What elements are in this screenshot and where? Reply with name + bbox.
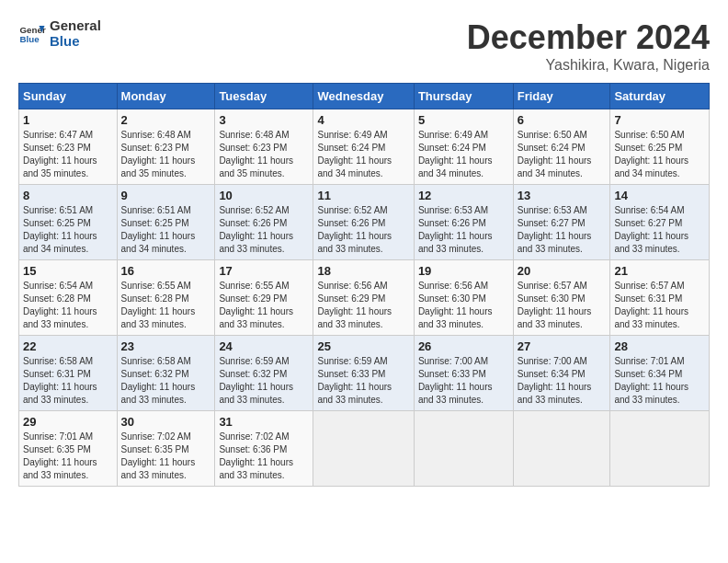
day-info-line: Daylight: 11 hours (121, 305, 211, 318)
day-info-line: Sunset: 6:33 PM (418, 368, 509, 381)
day-info: Sunrise: 6:51 AMSunset: 6:25 PMDaylight:… (121, 204, 211, 256)
day-info-line: Sunset: 6:27 PM (614, 217, 705, 230)
day-number: 4 (317, 113, 409, 127)
calendar-cell: 15Sunrise: 6:54 AMSunset: 6:28 PMDayligh… (19, 260, 118, 336)
day-number: 22 (23, 339, 113, 353)
day-number: 24 (219, 339, 309, 353)
day-number: 19 (418, 264, 509, 278)
header-monday: Monday (117, 84, 215, 109)
calendar-row: 22Sunrise: 6:58 AMSunset: 6:31 PMDayligh… (19, 336, 710, 411)
day-info-line: Sunrise: 6:54 AM (23, 280, 113, 293)
day-info-line: Sunset: 6:34 PM (614, 368, 705, 381)
day-info-line: and 33 minutes. (518, 318, 607, 331)
day-info-line: Sunrise: 6:59 AM (219, 355, 309, 368)
day-info-line: Sunset: 6:27 PM (518, 217, 607, 230)
day-info-line: Daylight: 11 hours (23, 305, 113, 318)
day-info-line: Sunset: 6:23 PM (121, 142, 211, 155)
day-number: 2 (121, 113, 211, 127)
day-info-line: Daylight: 11 hours (614, 230, 705, 243)
day-info-line: Sunset: 6:33 PM (317, 368, 409, 381)
calendar-cell (414, 411, 513, 487)
day-info-line: Daylight: 11 hours (518, 230, 607, 243)
day-info-line: and 33 minutes. (418, 243, 509, 256)
day-info-line: and 33 minutes. (614, 243, 705, 256)
calendar-cell: 26Sunrise: 7:00 AMSunset: 6:33 PMDayligh… (414, 336, 513, 411)
day-info-line: Sunrise: 6:51 AM (121, 204, 211, 217)
day-info-line: and 35 minutes. (23, 167, 113, 180)
day-info-line: Daylight: 11 hours (518, 381, 607, 394)
day-info-line: Sunset: 6:26 PM (219, 217, 309, 230)
day-info-line: Sunset: 6:25 PM (23, 217, 113, 230)
month-title: December 2024 (467, 18, 710, 57)
day-info-line: and 33 minutes. (23, 394, 113, 407)
day-number: 23 (121, 339, 211, 353)
header-friday: Friday (513, 84, 610, 109)
day-info-line: and 33 minutes. (121, 469, 211, 482)
day-info-line: Sunset: 6:35 PM (121, 443, 211, 456)
day-info-line: Daylight: 11 hours (418, 155, 509, 167)
day-info-line: and 33 minutes. (317, 318, 409, 331)
day-info-line: Sunrise: 7:01 AM (614, 355, 705, 368)
day-number: 1 (23, 113, 113, 127)
calendar-cell: 1Sunrise: 6:47 AMSunset: 6:23 PMDaylight… (19, 109, 118, 185)
calendar-row: 8Sunrise: 6:51 AMSunset: 6:25 PMDaylight… (19, 185, 710, 260)
calendar-cell: 4Sunrise: 6:49 AMSunset: 6:24 PMDaylight… (313, 109, 414, 185)
day-number: 15 (23, 264, 113, 278)
calendar-cell: 24Sunrise: 6:59 AMSunset: 6:32 PMDayligh… (215, 336, 313, 411)
day-info: Sunrise: 7:00 AMSunset: 6:33 PMDaylight:… (418, 355, 509, 407)
day-number: 12 (418, 189, 509, 202)
calendar-table: SundayMondayTuesdayWednesdayThursdayFrid… (18, 83, 710, 487)
day-info-line: Sunset: 6:25 PM (614, 142, 705, 155)
calendar-row: 29Sunrise: 7:01 AMSunset: 6:35 PMDayligh… (19, 411, 710, 487)
calendar-cell: 19Sunrise: 6:56 AMSunset: 6:30 PMDayligh… (414, 260, 513, 336)
day-info-line: and 34 minutes. (23, 243, 113, 256)
day-number: 20 (518, 264, 607, 278)
day-info-line: Sunset: 6:24 PM (518, 142, 607, 155)
day-info-line: and 33 minutes. (518, 243, 607, 256)
calendar-row: 15Sunrise: 6:54 AMSunset: 6:28 PMDayligh… (19, 260, 710, 336)
day-number: 13 (518, 189, 607, 202)
day-info-line: Sunset: 6:32 PM (219, 368, 309, 381)
day-info-line: Sunrise: 7:00 AM (418, 355, 509, 368)
day-info: Sunrise: 6:57 AMSunset: 6:31 PMDaylight:… (614, 280, 705, 331)
calendar-cell: 20Sunrise: 6:57 AMSunset: 6:30 PMDayligh… (513, 260, 610, 336)
calendar-cell: 7Sunrise: 6:50 AMSunset: 6:25 PMDaylight… (610, 109, 710, 185)
day-info-line: Sunrise: 6:52 AM (317, 204, 409, 217)
day-info-line: Sunrise: 6:49 AM (317, 129, 409, 142)
day-info-line: Sunrise: 6:53 AM (418, 204, 509, 217)
day-number: 25 (317, 339, 409, 353)
logo: General Blue General Blue (18, 18, 101, 49)
calendar-cell: 2Sunrise: 6:48 AMSunset: 6:23 PMDaylight… (117, 109, 215, 185)
day-info-line: and 34 minutes. (418, 167, 509, 180)
header-thursday: Thursday (414, 84, 513, 109)
logo-icon: General Blue (18, 20, 46, 48)
day-number: 18 (317, 264, 409, 278)
day-info: Sunrise: 6:55 AMSunset: 6:28 PMDaylight:… (121, 280, 211, 331)
day-info: Sunrise: 6:53 AMSunset: 6:27 PMDaylight:… (518, 204, 607, 256)
day-info-line: and 33 minutes. (121, 394, 211, 407)
day-info-line: Daylight: 11 hours (317, 305, 409, 318)
day-info-line: Sunrise: 6:50 AM (614, 129, 705, 142)
day-info-line: and 34 minutes. (614, 167, 705, 180)
day-info: Sunrise: 6:54 AMSunset: 6:27 PMDaylight:… (614, 204, 705, 256)
day-info-line: Sunset: 6:30 PM (518, 293, 607, 305)
calendar-cell (610, 411, 710, 487)
day-info-line: Sunset: 6:28 PM (23, 293, 113, 305)
day-info-line: and 33 minutes. (418, 394, 509, 407)
day-info-line: Sunrise: 6:48 AM (219, 129, 309, 142)
day-info-line: Daylight: 11 hours (219, 381, 309, 394)
day-info: Sunrise: 6:56 AMSunset: 6:30 PMDaylight:… (418, 280, 509, 331)
day-info-line: Sunrise: 6:56 AM (317, 280, 409, 293)
day-info-line: Sunrise: 6:51 AM (23, 204, 113, 217)
day-info-line: Sunrise: 6:49 AM (418, 129, 509, 142)
day-info-line: Sunset: 6:25 PM (121, 217, 211, 230)
title-block: December 2024 Yashikira, Kwara, Nigeria (467, 18, 710, 74)
day-info-line: Sunrise: 6:55 AM (121, 280, 211, 293)
day-info: Sunrise: 6:56 AMSunset: 6:29 PMDaylight:… (317, 280, 409, 331)
day-info-line: Sunset: 6:26 PM (418, 217, 509, 230)
location: Yashikira, Kwara, Nigeria (467, 57, 710, 74)
day-number: 31 (219, 415, 309, 429)
day-info-line: and 33 minutes. (219, 394, 309, 407)
svg-text:Blue: Blue (20, 34, 40, 44)
calendar-cell: 14Sunrise: 6:54 AMSunset: 6:27 PMDayligh… (610, 185, 710, 260)
